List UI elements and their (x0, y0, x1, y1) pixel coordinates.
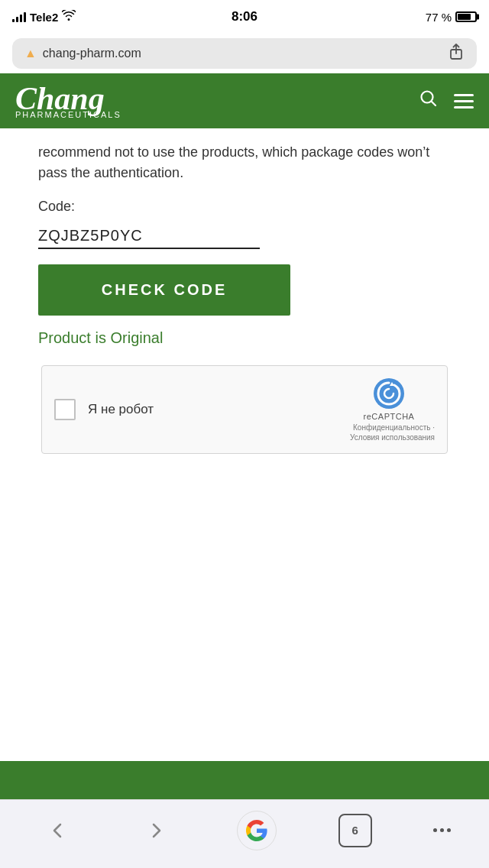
carrier-name: Tele2 (30, 11, 58, 24)
recaptcha-checkbox[interactable] (54, 399, 76, 420)
more-dot-1 (433, 828, 437, 832)
forward-button[interactable] (138, 811, 176, 850)
search-icon[interactable] (419, 89, 439, 113)
wifi-icon (62, 10, 76, 24)
signal-bars (12, 11, 26, 22)
footer-green-bar (0, 761, 489, 799)
recaptcha-logo-icon (372, 377, 406, 410)
address-bar[interactable]: ▲ chang-pharm.com (0, 34, 489, 73)
logo-subtitle: PHARMACEUTICALS (15, 110, 121, 119)
code-input-container[interactable] (38, 227, 451, 249)
url-text: chang-pharm.com (43, 47, 141, 60)
check-code-button[interactable]: CHECK CODE (38, 264, 290, 316)
signal-bar-3 (20, 15, 22, 22)
more-dot-2 (440, 828, 444, 832)
code-input[interactable] (38, 227, 260, 249)
browser-nav: 6 (0, 799, 489, 868)
google-button[interactable] (237, 811, 277, 850)
nav-icons (419, 89, 474, 113)
status-time: 8:06 (232, 9, 257, 24)
battery-percent: 77 % (426, 11, 452, 24)
signal-bar-2 (16, 17, 18, 22)
signal-bar-4 (24, 12, 26, 22)
result-text: Product is Original (38, 329, 451, 347)
tabs-button[interactable]: 6 (338, 814, 372, 847)
hamburger-line-3 (454, 106, 474, 108)
recaptcha-label: Я не робот (88, 402, 154, 417)
more-button[interactable] (433, 828, 451, 832)
warning-icon: ▲ (24, 47, 37, 60)
signal-bar-1 (12, 19, 15, 22)
tabs-count: 6 (351, 824, 358, 837)
hamburger-line-2 (454, 100, 474, 102)
recaptcha-left: Я не робот (54, 399, 154, 420)
share-icon[interactable] (448, 44, 465, 64)
recaptcha-right: reCAPTCHA Конфиденциальность · Условия и… (343, 377, 435, 442)
battery-icon (455, 11, 477, 22)
main-content: recommend not to use the products, which… (0, 128, 489, 454)
address-content: ▲ chang-pharm.com (24, 47, 141, 60)
nav-header: Chang PHARMACEUTICALS (0, 73, 489, 128)
status-left: Tele2 (12, 10, 76, 24)
description-text: recommend not to use the products, which… (38, 128, 451, 183)
recaptcha-links[interactable]: Конфиденциальность · Условия использован… (343, 423, 435, 442)
logo-stack: Chang PHARMACEUTICALS (15, 83, 121, 119)
more-dot-3 (447, 828, 451, 832)
logo[interactable]: Chang PHARMACEUTICALS (15, 83, 121, 119)
status-bar: Tele2 8:06 77 % (0, 0, 489, 34)
recaptcha-brand: reCAPTCHA (364, 412, 415, 421)
hamburger-icon[interactable] (454, 94, 474, 108)
code-label: Code: (38, 183, 451, 227)
recaptcha-widget[interactable]: Я не робот reCAPTCHA Конфиденциальность … (41, 365, 448, 454)
status-right: 77 % (426, 11, 477, 24)
hamburger-line-1 (454, 94, 474, 96)
back-button[interactable] (38, 811, 76, 850)
